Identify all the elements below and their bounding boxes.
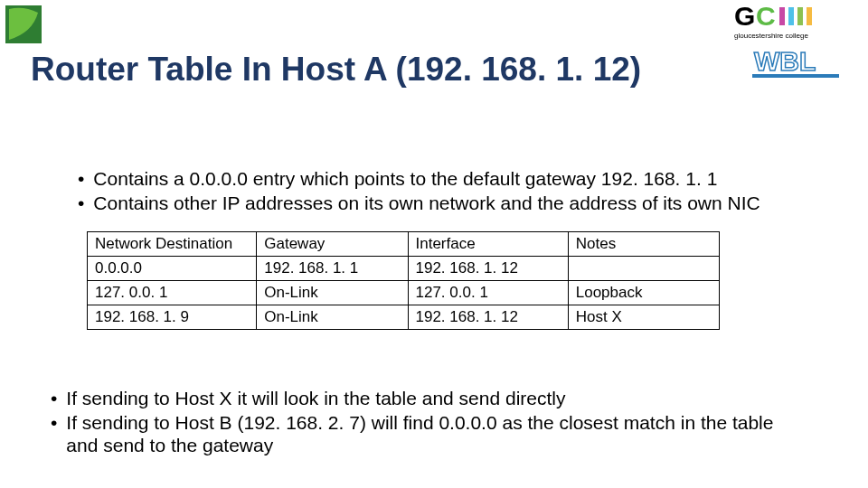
bullet-text: Contains other IP addresses on its own n… (93, 192, 760, 214)
svg-rect-3 (779, 7, 785, 25)
bullet-text: Contains a 0.0.0.0 entry which points to… (93, 167, 717, 190)
cell: 192. 168. 1. 12 (408, 305, 568, 330)
bullets-top: •Contains a 0.0.0.0 entry which points t… (78, 167, 801, 216)
col-network-destination: Network Destination (88, 232, 257, 257)
col-interface: Interface (408, 232, 568, 257)
bullet-dot: • (51, 411, 57, 456)
bullet-item: •Contains a 0.0.0.0 entry which points t… (78, 167, 801, 190)
table-row: 192. 168. 1. 9 On-Link 192. 168. 1. 12 H… (88, 305, 720, 330)
bullet-text: If sending to Host X it will look in the… (66, 387, 565, 409)
bullet-item: •If sending to Host B (192. 168. 2. 7) w… (51, 411, 801, 456)
slide: G C gloucestershire college WBL Router T… (0, 0, 868, 488)
svg-rect-5 (797, 7, 803, 25)
bullet-dot: • (78, 167, 84, 190)
table-row: 0.0.0.0 192. 168. 1. 1 192. 168. 1. 12 (88, 257, 720, 281)
svg-rect-4 (788, 7, 794, 25)
table-row: 127. 0.0. 1 On-Link 127. 0.0. 1 Loopback (88, 281, 720, 305)
bullet-dot: • (78, 192, 84, 214)
bullet-dot: • (51, 387, 57, 409)
cell: 192. 168. 1. 9 (88, 305, 257, 330)
cell: 127. 0.0. 1 (88, 281, 257, 305)
svg-text:G: G (734, 4, 755, 31)
gc-logo: G C gloucestershire college (734, 4, 843, 42)
routing-table: Network Destination Gateway Interface No… (87, 231, 720, 330)
cell (568, 257, 719, 281)
cell: On-Link (257, 281, 408, 305)
cell: Host X (568, 305, 719, 330)
svg-text:C: C (756, 4, 776, 31)
bullets-bottom: •If sending to Host X it will look in th… (51, 387, 801, 459)
gc-logo-text: gloucestershire college (734, 32, 808, 40)
svg-rect-6 (807, 7, 812, 25)
col-gateway: Gateway (257, 232, 408, 257)
cell: 0.0.0.0 (88, 257, 257, 281)
bullet-item: •Contains other IP addresses on its own … (78, 192, 801, 214)
svg-text:WBL: WBL (754, 46, 816, 76)
bullet-text: If sending to Host B (192. 168. 2. 7) wi… (66, 411, 801, 456)
cell: On-Link (257, 305, 408, 330)
bcs-logo (5, 5, 42, 43)
bullet-item: •If sending to Host X it will look in th… (51, 387, 801, 409)
col-notes: Notes (568, 232, 719, 257)
wbl-logo: WBL (752, 43, 843, 80)
cell: Loopback (568, 281, 719, 305)
cell: 192. 168. 1. 12 (408, 257, 568, 281)
svg-rect-8 (752, 74, 839, 78)
page-title: Router Table In Host A (192. 168. 1. 12) (31, 51, 641, 89)
table-header-row: Network Destination Gateway Interface No… (88, 232, 720, 257)
cell: 127. 0.0. 1 (408, 281, 568, 305)
cell: 192. 168. 1. 1 (257, 257, 408, 281)
